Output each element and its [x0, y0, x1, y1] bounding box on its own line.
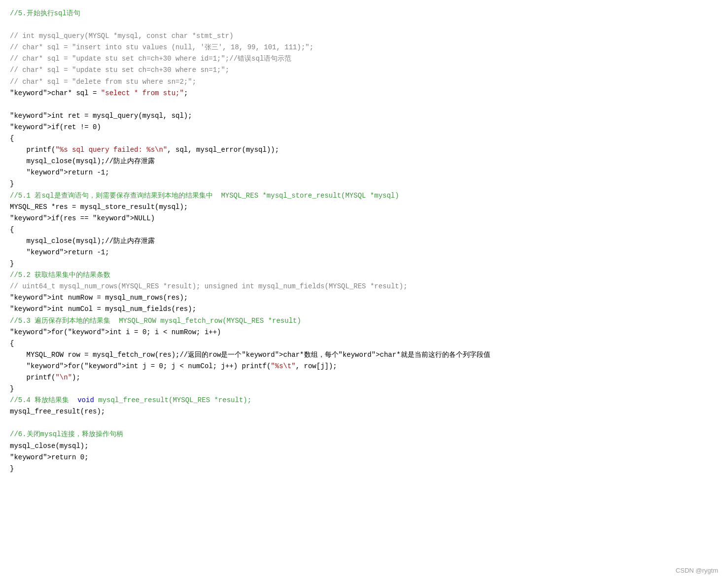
code-line: MYSQL_ROW row = mysql_fetch_row(res);//返… [10, 349, 718, 361]
code-line: } [10, 178, 718, 190]
code-line: // uint64_t mysql_num_rows(MYSQL_RES *re… [10, 281, 718, 292]
code-line: mysql_close(mysql); [10, 441, 718, 452]
code-line: //5.3 遍历保存到本地的结果集 MYSQL_ROW mysql_fetch_… [10, 315, 718, 327]
code-line: "keyword">char* sql = "select * from stu… [10, 88, 718, 99]
code-line: //5.开始执行sql语句 [10, 8, 718, 19]
code-line: "keyword">return -1; [10, 167, 718, 178]
watermark: CSDN @rygtm [676, 566, 718, 576]
code-line: // int mysql_query(MYSQL *mysql, const c… [10, 31, 718, 42]
code-line: { [10, 133, 718, 144]
code-line: printf("%s sql query failed: %s\n", sql,… [10, 144, 718, 156]
code-line: printf("\n"); [10, 372, 718, 383]
code-line: // char* sql = "delete from stu where sn… [10, 76, 718, 88]
code-line: //5.2 获取结果集中的结果条数 [10, 270, 718, 281]
code-line: //5.4 释放结果集 void mysql_free_result(MYSQL… [10, 395, 718, 406]
code-line: "keyword">int ret = mysql_query(mysql, s… [10, 110, 718, 122]
code-line: "keyword">int numRow = mysql_num_rows(re… [10, 292, 718, 304]
code-line: "keyword">int numCol = mysql_num_fields(… [10, 304, 718, 315]
code-line [10, 19, 718, 31]
code-line: "keyword">for("keyword">int j = 0; j < n… [10, 361, 718, 372]
code-line [10, 99, 718, 110]
code-line: "keyword">return 0; [10, 452, 718, 463]
code-line: "keyword">return -1; [10, 247, 718, 258]
code-line: { [10, 338, 718, 349]
code-line: mysql_free_result(res); [10, 406, 718, 417]
code-line: { [10, 224, 718, 236]
code-line: } [10, 383, 718, 395]
code-line: "keyword">for("keyword">int i = 0; i < n… [10, 327, 718, 338]
code-line: "keyword">if(res == "keyword">NULL) [10, 213, 718, 224]
code-line: // char* sql = "update stu set ch=ch+30 … [10, 65, 718, 76]
code-line: mysql_close(mysql);//防止内存泄露 [10, 236, 718, 247]
code-block: //5.开始执行sql语句 // int mysql_query(MYSQL *… [0, 0, 728, 584]
code-line [10, 417, 718, 429]
code-line: "keyword">if(ret != 0) [10, 122, 718, 133]
code-line: mysql_close(mysql);//防止内存泄露 [10, 156, 718, 167]
code-line: MYSQL_RES *res = mysql_store_result(mysq… [10, 202, 718, 213]
code-line: //6.关闭mysql连接，释放操作句柄 [10, 429, 718, 440]
code-line: // char* sql = "update stu set ch=ch+30 … [10, 53, 718, 65]
code-line: } [10, 463, 718, 475]
code-line: } [10, 258, 718, 270]
code-line: // char* sql = "insert into stu values (… [10, 42, 718, 53]
code-line: //5.1 若sql是查询语句，则需要保存查询结果到本地的结果集中 MYSQL_… [10, 190, 718, 202]
